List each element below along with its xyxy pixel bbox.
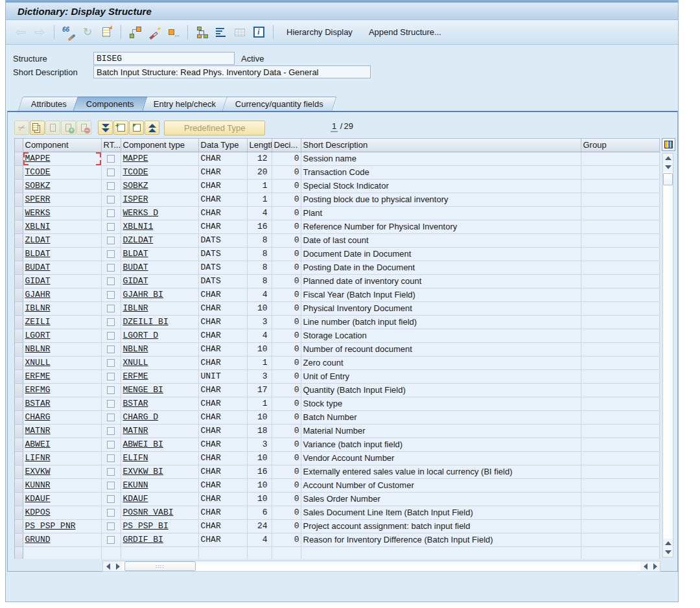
- component-type-cell[interactable]: WERKS_D: [121, 206, 198, 220]
- row-selector[interactable]: [15, 233, 23, 247]
- component-cell[interactable]: BUDAT: [23, 261, 101, 274]
- refresh-icon[interactable]: ↻: [80, 25, 95, 40]
- horizontal-scroll-thumb[interactable]: ∷∷: [124, 561, 196, 571]
- navigate-icon[interactable]: ↔: [166, 25, 180, 40]
- rt-checkbox[interactable]: [107, 209, 115, 217]
- rt-checkbox[interactable]: [107, 264, 115, 272]
- row-selector[interactable]: [15, 410, 23, 424]
- component-cell[interactable]: GRUND: [23, 533, 101, 546]
- rt-checkbox[interactable]: [107, 169, 115, 176]
- column-header-rt[interactable]: RT...: [101, 139, 121, 152]
- rt-checkbox[interactable]: [107, 468, 115, 476]
- row-selector[interactable]: [15, 492, 23, 506]
- component-type-cell[interactable]: DZLDAT: [121, 233, 198, 247]
- back-icon[interactable]: ⇦: [14, 25, 28, 40]
- column-header-data-type[interactable]: Data Type: [198, 139, 247, 152]
- row-selector[interactable]: [15, 383, 23, 397]
- row-selector[interactable]: [15, 438, 23, 451]
- scroll-left-icon[interactable]: [103, 561, 113, 571]
- row-selector[interactable]: [15, 165, 23, 179]
- rt-checkbox[interactable]: [107, 373, 115, 380]
- component-type-cell[interactable]: ELIFN: [121, 451, 198, 465]
- copy-icon[interactable]: [30, 121, 45, 135]
- row-selector[interactable]: [15, 356, 23, 369]
- component-cell[interactable]: PS_PSP_PNR: [23, 519, 101, 533]
- component-type-cell[interactable]: KDAUF: [121, 492, 198, 506]
- component-cell[interactable]: GIDAT: [23, 274, 101, 288]
- delete-row-icon[interactable]: [129, 121, 144, 135]
- component-type-cell[interactable]: IBLNR: [121, 301, 198, 315]
- component-cell[interactable]: ABWEI: [23, 438, 101, 451]
- rt-checkbox[interactable]: [107, 196, 115, 204]
- row-selector[interactable]: [15, 478, 23, 492]
- component-cell[interactable]: XNULL: [23, 356, 101, 369]
- rt-checkbox[interactable]: [107, 495, 115, 503]
- component-type-cell[interactable]: SOBKZ: [121, 179, 198, 193]
- component-cell[interactable]: IBLNR: [23, 301, 101, 315]
- component-cell[interactable]: KUNNR: [23, 478, 101, 492]
- row-selector[interactable]: [15, 274, 23, 288]
- display-change-icon[interactable]: 66: [62, 25, 76, 40]
- rt-checkbox[interactable]: [107, 332, 115, 340]
- column-header-group[interactable]: Group: [581, 139, 659, 152]
- component-type-cell[interactable]: BLDAT: [121, 247, 198, 261]
- row-selector[interactable]: [15, 301, 23, 315]
- insert-row-icon[interactable]: +: [113, 121, 128, 135]
- activate-icon[interactable]: ✦: [147, 25, 161, 40]
- component-cell[interactable]: TCODE: [23, 165, 101, 179]
- row-selector[interactable]: [15, 315, 23, 329]
- component-cell[interactable]: ERFMG: [23, 383, 101, 397]
- component-type-cell[interactable]: MENGE_BI: [121, 383, 198, 397]
- runtime-table-icon[interactable]: [233, 25, 247, 40]
- column-header-decimals[interactable]: Deci...: [272, 139, 301, 152]
- predefined-type-button[interactable]: Predefined Type: [164, 121, 265, 135]
- vertical-scroll-thumb[interactable]: [663, 173, 673, 185]
- row-selector[interactable]: [15, 329, 23, 342]
- component-cell[interactable]: EXVKW: [23, 465, 101, 478]
- sort-icon[interactable]: [214, 25, 228, 40]
- rt-checkbox[interactable]: [107, 482, 115, 489]
- component-type-cell[interactable]: GJAHR_BI: [121, 288, 198, 301]
- rt-checkbox[interactable]: [107, 237, 115, 244]
- scroll-right-icon[interactable]: [650, 561, 660, 571]
- short-description-field[interactable]: [93, 65, 371, 78]
- structure-field[interactable]: [93, 52, 235, 65]
- selector-column-header[interactable]: [15, 139, 23, 152]
- component-cell[interactable]: SPERR: [23, 193, 101, 206]
- component-cell[interactable]: CHARG: [23, 410, 101, 424]
- rt-checkbox[interactable]: [107, 155, 115, 163]
- component-type-cell[interactable]: BSTAR: [121, 397, 198, 410]
- rt-checkbox[interactable]: [107, 441, 115, 449]
- row-selector[interactable]: [15, 519, 23, 533]
- tab-attributes[interactable]: Attributes: [18, 97, 80, 111]
- rt-checkbox[interactable]: [107, 250, 115, 258]
- row-selector[interactable]: [15, 465, 23, 478]
- hierarchy-icon[interactable]: [195, 25, 209, 40]
- rt-checkbox[interactable]: [107, 223, 115, 231]
- component-type-cell[interactable]: CHARG_D: [121, 410, 198, 424]
- rt-checkbox[interactable]: [107, 291, 115, 299]
- component-cell[interactable]: LIFNR: [23, 451, 101, 465]
- paste-icon[interactable]: [45, 121, 60, 135]
- rt-checkbox[interactable]: [107, 522, 115, 530]
- vertical-scrollbar[interactable]: [662, 153, 673, 557]
- row-selector[interactable]: [15, 369, 23, 383]
- rt-checkbox[interactable]: [107, 305, 115, 312]
- component-cell[interactable]: KDPOS: [23, 506, 101, 519]
- rt-checkbox[interactable]: [107, 400, 115, 408]
- row-selector[interactable]: [15, 397, 23, 410]
- component-type-cell[interactable]: XNULL: [121, 356, 198, 369]
- rt-checkbox[interactable]: [107, 359, 115, 367]
- rt-checkbox[interactable]: [107, 454, 115, 462]
- row-selector[interactable]: [15, 533, 23, 546]
- component-type-cell[interactable]: ISPER: [121, 193, 198, 206]
- delete-line-icon[interactable]: −: [76, 121, 91, 135]
- column-header-component-type[interactable]: Component type: [121, 139, 198, 152]
- forward-icon[interactable]: ⇨: [32, 25, 47, 40]
- row-selector[interactable]: [15, 152, 23, 165]
- component-cell[interactable]: BLDAT: [23, 247, 101, 261]
- component-type-cell[interactable]: TCODE: [121, 165, 198, 179]
- component-cell[interactable]: MAPPE: [23, 152, 101, 165]
- rt-checkbox[interactable]: [107, 509, 115, 517]
- column-header-component[interactable]: Component: [23, 139, 101, 152]
